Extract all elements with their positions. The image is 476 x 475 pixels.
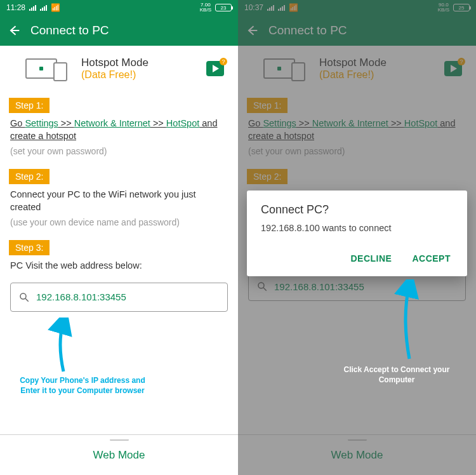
net-speed: 7.00 KB/S <box>200 3 211 13</box>
right-screenshot: 10:37 📶 90.0 KB/S 25 Connect to PC Hotsp… <box>238 0 476 475</box>
step2-tag: Step 2: <box>247 169 288 184</box>
settings-link[interactable]: Settings <box>263 118 296 128</box>
annotation-text-right: Click Accept to Connect your Computer <box>327 365 466 385</box>
wifi-icon: 📶 <box>51 3 60 12</box>
back-arrow-icon[interactable] <box>246 24 258 37</box>
annotation-arrow-left <box>44 318 83 375</box>
mode-row: Hotspot Mode (Data Free!) ? <box>238 46 476 90</box>
mode-title: Hotspot Mode <box>319 57 433 69</box>
devices-icon <box>263 56 308 81</box>
signal-2-icon <box>40 4 47 11</box>
status-clock: 11:28 <box>6 3 25 12</box>
svg-point-0 <box>20 293 26 299</box>
ip-address: 192.168.8.101:33455 <box>36 291 126 302</box>
svg-point-2 <box>258 283 264 288</box>
page-title: Connect to PC <box>30 23 109 37</box>
annotation-text-left: Copy Your Phone's IP address and Enter i… <box>19 376 146 396</box>
step1-hint: (set your own password) <box>248 145 466 158</box>
step3-tag: Step 3: <box>9 240 50 255</box>
mode-subtitle: (Data Free!) <box>81 69 195 81</box>
step2-tag: Step 2: <box>9 169 50 184</box>
signal-2-icon <box>278 4 285 11</box>
step1-hint: (set your own password) <box>10 145 228 158</box>
accept-button[interactable]: ACCEPT <box>409 250 453 267</box>
network-link[interactable]: Network & Internet <box>74 118 150 128</box>
step1-tag: Step 1: <box>9 98 50 113</box>
ip-address-box[interactable]: 192.168.8.101:33455 <box>10 283 228 312</box>
battery-icon: 25 <box>453 4 470 11</box>
step1-body: Go Settings >> Network & Internet >> Hot… <box>0 113 238 161</box>
devices-icon <box>25 56 70 81</box>
decline-button[interactable]: DECLINE <box>348 250 394 267</box>
step1-tag: Step 1: <box>247 98 288 113</box>
status-bar: 10:37 📶 90.0 KB/S 25 <box>238 0 476 15</box>
bottom-web-mode[interactable]: Web Mode <box>238 434 476 475</box>
wifi-icon: 📶 <box>289 3 298 12</box>
svg-line-1 <box>25 298 29 302</box>
step3-body: PC Visit the web address below: <box>0 255 238 276</box>
page-title: Connect to PC <box>268 23 347 37</box>
connect-dialog: Connect PC? 192.168.8.100 wants to conne… <box>247 191 467 276</box>
magnifier-icon <box>256 281 268 292</box>
ip-address-box[interactable]: 192.168.8.101:33455 <box>248 272 466 301</box>
hotspot-link[interactable]: HotSpot <box>166 118 199 128</box>
step1-body: Go Settings >> Network & Internet >> Hot… <box>238 113 476 161</box>
grip-icon <box>110 439 129 441</box>
step2-hint: (use your own device name and password) <box>10 217 228 229</box>
play-badge: ? <box>458 58 465 65</box>
signal-1-icon <box>267 4 274 11</box>
mode-row: Hotspot Mode (Data Free!) ? <box>0 46 238 90</box>
ip-address: 192.168.8.101:33455 <box>274 281 364 292</box>
play-badge: ? <box>220 58 227 65</box>
back-arrow-icon[interactable] <box>8 24 20 37</box>
play-tutorial-button[interactable]: ? <box>206 61 224 76</box>
step2-body: Connect your PC to the WiFi network you … <box>0 184 238 232</box>
signal-1-icon <box>29 4 36 11</box>
battery-icon: 23 <box>215 4 232 11</box>
status-bar: 11:28 📶 7.00 KB/S 23 <box>0 0 238 15</box>
hotspot-link[interactable]: HotSpot <box>404 118 437 128</box>
bottom-web-mode[interactable]: Web Mode <box>0 434 238 475</box>
mode-title: Hotspot Mode <box>81 57 195 69</box>
svg-line-3 <box>263 288 267 291</box>
dialog-message: 192.168.8.100 wants to connect <box>261 223 453 233</box>
left-screenshot: 11:28 📶 7.00 KB/S 23 Connect to PC Hotsp… <box>0 0 238 475</box>
status-clock: 10:37 <box>244 3 263 12</box>
magnifier-icon <box>18 291 30 303</box>
net-speed: 90.0 KB/S <box>438 3 449 13</box>
grip-icon <box>348 439 367 441</box>
mode-subtitle: (Data Free!) <box>319 69 433 81</box>
app-header: Connect to PC <box>0 15 238 46</box>
settings-link[interactable]: Settings <box>25 118 58 128</box>
play-tutorial-button[interactable]: ? <box>444 61 462 76</box>
app-header: Connect to PC <box>238 15 476 46</box>
dialog-title: Connect PC? <box>261 203 453 217</box>
network-link[interactable]: Network & Internet <box>312 118 388 128</box>
